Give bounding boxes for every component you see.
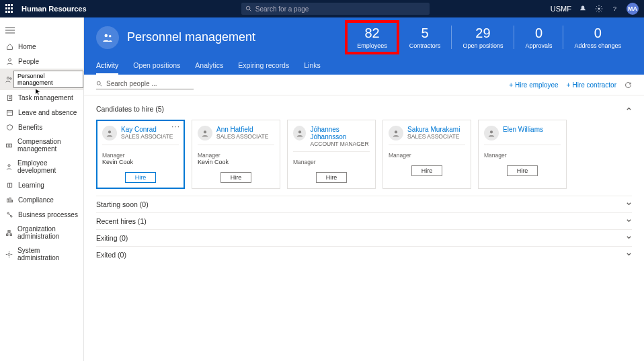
bell-icon[interactable] bbox=[578, 4, 588, 13]
sidebar: Home People Personnel management Task ma… bbox=[0, 17, 84, 361]
svg-text:?: ? bbox=[613, 5, 616, 12]
plus-icon: + bbox=[509, 81, 513, 89]
candidate-role: SALES ASSOCIATE bbox=[216, 133, 268, 140]
hire-button[interactable]: Hire bbox=[411, 165, 443, 176]
svg-point-7 bbox=[8, 58, 11, 61]
search-icon bbox=[96, 81, 103, 87]
candidate-card[interactable]: Jóhannes JóhannssonACCOUNT MANAGERManage… bbox=[287, 120, 376, 189]
plus-icon: + bbox=[567, 81, 571, 89]
candidate-role: SALES ASSOCIATE bbox=[407, 133, 460, 140]
sidebar-item-compliance[interactable]: Compliance bbox=[0, 192, 83, 207]
manager-label: Manager bbox=[102, 152, 179, 159]
candidate-name: Elen Williams bbox=[503, 126, 543, 133]
sidebar-item-label: Home bbox=[18, 43, 36, 50]
sidebar-item-comp[interactable]: Compensation management bbox=[0, 134, 83, 156]
svg-point-2 bbox=[598, 8, 600, 10]
svg-point-27 bbox=[105, 34, 108, 37]
candidate-card[interactable]: Sakura MurakamiSALES ASSOCIATEManagerHir… bbox=[383, 120, 471, 189]
svg-point-28 bbox=[109, 35, 111, 37]
tab-activity[interactable]: Activity bbox=[96, 61, 118, 75]
svg-point-31 bbox=[108, 130, 111, 133]
sidebar-item-sysadmin[interactable]: System administration bbox=[0, 243, 83, 265]
section-exited-header[interactable]: Exited (0) bbox=[96, 246, 632, 263]
svg-point-16 bbox=[8, 145, 9, 146]
chevron-down-icon bbox=[626, 217, 632, 225]
refresh-button[interactable] bbox=[625, 81, 632, 89]
stats: 82 Employees 5 Contractors 29 Open posit… bbox=[346, 26, 632, 49]
hire-employee-button[interactable]: +Hire employee bbox=[509, 81, 558, 89]
sidebar-item-home[interactable]: Home bbox=[0, 39, 83, 54]
sidebar-item-benefits[interactable]: Benefits bbox=[0, 120, 83, 134]
svg-line-30 bbox=[100, 84, 102, 86]
hire-contractor-button[interactable]: +Hire contractor bbox=[567, 81, 616, 89]
svg-rect-25 bbox=[10, 234, 11, 235]
candidate-card[interactable]: Elen WilliamsManagerHire bbox=[478, 120, 567, 189]
stat-address-changes[interactable]: 0 Address changes bbox=[563, 26, 632, 49]
stat-employees[interactable]: 82 Employees bbox=[346, 26, 398, 49]
candidate-card[interactable]: ···Kay ConradSALES ASSOCIATEManagerKevin… bbox=[96, 120, 185, 189]
task-icon bbox=[5, 93, 13, 102]
section-exiting-header[interactable]: Exiting (0) bbox=[96, 229, 632, 246]
svg-rect-24 bbox=[7, 234, 8, 235]
sidebar-item-people[interactable]: People bbox=[0, 54, 83, 69]
hire-button[interactable]: Hire bbox=[220, 172, 252, 183]
user-avatar[interactable]: MA bbox=[627, 3, 639, 15]
sidebar-item-learning[interactable]: Learning bbox=[0, 177, 83, 192]
tab-links[interactable]: Links bbox=[304, 61, 321, 75]
help-icon[interactable]: ? bbox=[610, 4, 620, 13]
company-code[interactable]: USMF bbox=[551, 5, 571, 13]
stat-contractors[interactable]: 5 Contractors bbox=[398, 26, 452, 49]
toolbar: Search people ... +Hire employee +Hire c… bbox=[84, 75, 644, 95]
section-starting-header[interactable]: Starting soon (0) bbox=[96, 196, 632, 212]
tab-analytics[interactable]: Analytics bbox=[195, 61, 223, 75]
org-icon bbox=[5, 229, 13, 237]
chevron-up-icon bbox=[626, 105, 632, 113]
svg-rect-13 bbox=[7, 110, 12, 115]
tabs: Activity Open positions Analytics Expiri… bbox=[96, 61, 632, 75]
more-icon[interactable]: ··· bbox=[171, 124, 180, 128]
section-recent-header[interactable]: Recent hires (1) bbox=[96, 212, 632, 229]
avatar-icon bbox=[102, 126, 117, 141]
chevron-down-icon bbox=[626, 251, 632, 259]
hire-button[interactable]: Hire bbox=[316, 172, 348, 183]
tab-open-positions[interactable]: Open positions bbox=[133, 61, 180, 75]
compliance-icon bbox=[5, 196, 13, 204]
content: Personnel management 82 Employees 5 Cont… bbox=[84, 17, 644, 361]
wrench-icon bbox=[5, 250, 13, 258]
svg-rect-10 bbox=[7, 95, 11, 100]
manager-label: Manager bbox=[389, 152, 465, 159]
gear-icon[interactable] bbox=[594, 4, 604, 13]
svg-point-32 bbox=[204, 130, 206, 133]
sidebar-item-label: Employee development bbox=[17, 159, 78, 174]
hamburger-icon[interactable] bbox=[0, 22, 83, 39]
search-icon bbox=[245, 5, 252, 12]
app-title: Human Resources bbox=[22, 5, 87, 13]
svg-rect-23 bbox=[8, 230, 10, 231]
svg-rect-15 bbox=[7, 144, 12, 147]
avatar-icon bbox=[389, 126, 403, 141]
global-search-placeholder: Search for a page bbox=[255, 5, 309, 13]
book-icon bbox=[5, 181, 13, 189]
workspace-icon bbox=[96, 26, 119, 49]
app-launcher-icon[interactable] bbox=[5, 4, 15, 13]
sidebar-item-bizproc[interactable]: Business processes bbox=[0, 207, 83, 222]
candidate-name: Jóhannes Jóhannsson bbox=[310, 126, 370, 141]
search-people-input[interactable]: Search people ... bbox=[96, 80, 194, 89]
hire-button[interactable]: Hire bbox=[507, 165, 538, 176]
sidebar-item-label: System administration bbox=[17, 247, 78, 262]
section-candidates-header[interactable]: Candidates to hire (5) bbox=[96, 101, 632, 117]
sidebar-item-orgadmin[interactable]: Organization administration bbox=[0, 222, 83, 243]
sidebar-item-empdev[interactable]: Employee development bbox=[0, 156, 83, 177]
candidate-card[interactable]: Ann HatfieldSALES ASSOCIATEManagerKevin … bbox=[192, 120, 280, 189]
global-search[interactable]: Search for a page bbox=[241, 3, 430, 15]
manager-label: Manager bbox=[293, 159, 370, 165]
hire-button[interactable]: Hire bbox=[125, 172, 157, 183]
mouse-cursor bbox=[35, 86, 42, 93]
stat-open-positions[interactable]: 29 Open positions bbox=[451, 26, 514, 49]
sidebar-item-leave[interactable]: Leave and absence bbox=[0, 105, 83, 120]
stat-approvals[interactable]: 0 Approvals bbox=[514, 26, 563, 49]
chevron-down-icon bbox=[626, 200, 632, 208]
tab-expiring[interactable]: Expiring records bbox=[238, 61, 289, 75]
sidebar-item-label: Business processes bbox=[18, 211, 78, 218]
growth-icon bbox=[5, 163, 13, 171]
